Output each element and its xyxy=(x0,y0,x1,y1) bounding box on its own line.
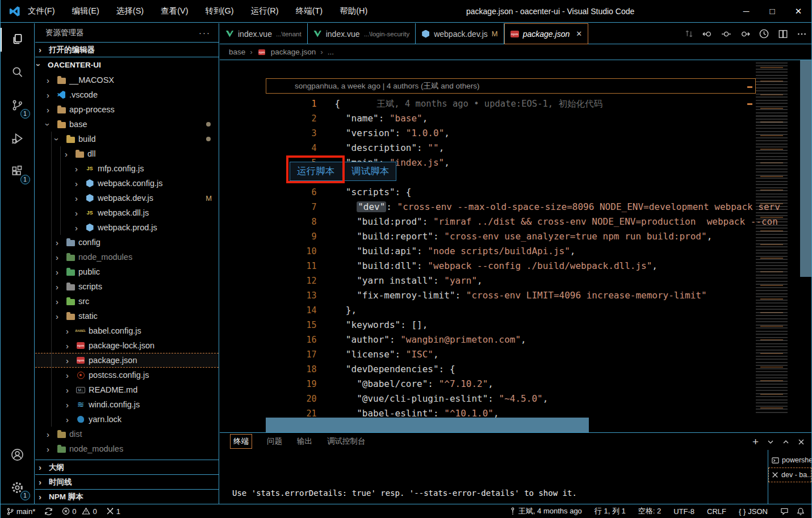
prev-change-icon[interactable] xyxy=(702,29,713,39)
tree-item[interactable]: config xyxy=(35,235,219,250)
tree-item[interactable]: node_modules xyxy=(35,441,219,456)
terminal-dropdown-icon[interactable] xyxy=(767,439,774,445)
minimize-icon[interactable]: ─ xyxy=(733,0,759,23)
tree-item[interactable]: babel.config.js xyxy=(35,323,219,338)
file-icon xyxy=(66,311,75,321)
tree-item[interactable]: dll xyxy=(35,146,219,161)
tree-item[interactable]: app-process xyxy=(35,102,219,117)
file-icon xyxy=(57,90,66,99)
menu-item[interactable]: 查看(V) xyxy=(161,6,188,16)
chevron-icon xyxy=(47,76,53,85)
tree-item[interactable]: webpack.prod.js xyxy=(35,220,219,235)
code-line: 13 "fix-memroy-limit": "cross-env LIMIT=… xyxy=(220,270,811,285)
breadcrumb[interactable]: base › package.json › ... xyxy=(220,44,811,60)
menu-item[interactable]: 终端(T) xyxy=(296,6,323,16)
panel-tab[interactable]: 调试控制台 xyxy=(327,436,366,447)
code-line: 16 "author": "wangbin@primeton.com", xyxy=(220,314,811,329)
panel-tab[interactable]: 终端 xyxy=(230,434,252,449)
tree-item[interactable]: __MACOSX xyxy=(35,73,219,87)
tree-item[interactable]: README.md xyxy=(35,382,219,397)
next-change-icon[interactable] xyxy=(740,29,750,39)
eol-sequence[interactable]: CRLF xyxy=(707,507,726,516)
problems-indicator[interactable]: 0 0 xyxy=(62,507,97,516)
run-debug-icon[interactable] xyxy=(1,122,35,155)
tree-item-label: windi.config.js xyxy=(89,400,140,409)
tree-item[interactable]: webpack.dll.js xyxy=(35,205,219,220)
code-editor[interactable]: songpanhua, a week ago | 4 authors (王斌 a… xyxy=(220,60,811,432)
menu-item[interactable]: 转到(G) xyxy=(206,6,234,16)
tree-item[interactable]: webpack.config.js xyxy=(35,176,219,191)
open-editors-section[interactable]: 打开的编辑器 xyxy=(35,42,219,57)
sidebar-section[interactable]: NPM 脚本 xyxy=(35,489,219,504)
tree-item[interactable]: package.json xyxy=(35,353,219,368)
chevron-icon xyxy=(66,342,73,350)
tree-item[interactable]: webpack.dev.js M xyxy=(35,191,219,205)
more-actions-icon[interactable]: ··· xyxy=(199,28,211,37)
editor-tab[interactable]: package.json ✕ xyxy=(504,23,588,44)
tree-item[interactable]: package-lock.json xyxy=(35,338,219,353)
notifications-bell-icon[interactable] xyxy=(797,507,805,516)
open-changes-icon[interactable] xyxy=(684,29,694,39)
maximize-panel-icon[interactable] xyxy=(782,439,789,445)
menu-item[interactable]: 运行(R) xyxy=(250,6,278,16)
tab-close-icon[interactable]: ✕ xyxy=(576,30,582,38)
editor-tab[interactable]: index.vue ...\login-security xyxy=(308,23,416,44)
sync-button[interactable] xyxy=(44,507,53,516)
tree-item[interactable]: static xyxy=(35,309,219,323)
explorer-icon[interactable] xyxy=(1,23,35,56)
tree-item[interactable]: src xyxy=(35,294,219,309)
tree-item[interactable]: yarn.lock xyxy=(35,412,219,427)
close-icon[interactable]: ✕ xyxy=(785,0,811,23)
timeline-history-icon[interactable] xyxy=(759,28,769,39)
account-icon[interactable] xyxy=(1,438,35,471)
breadcrumb-folder[interactable]: base xyxy=(229,48,245,56)
panel-tab[interactable]: 问题 xyxy=(267,436,282,447)
current-change-icon[interactable] xyxy=(721,29,731,39)
menu-item[interactable]: 编辑(E) xyxy=(72,6,99,16)
more-actions-icon[interactable] xyxy=(797,29,807,39)
tools-indicator[interactable]: 1 xyxy=(106,507,120,516)
split-editor-icon[interactable] xyxy=(778,29,788,39)
chevron-icon xyxy=(47,430,53,439)
indentation[interactable]: 空格: 2 xyxy=(638,506,661,516)
workspace-root[interactable]: OACENTER-UI xyxy=(35,57,219,73)
editor-tab[interactable]: webpack.dev.js M xyxy=(416,23,504,44)
feedback-icon[interactable] xyxy=(780,507,789,515)
tree-item[interactable]: mfp.config.js xyxy=(35,161,219,176)
breadcrumb-file[interactable]: package.json xyxy=(271,48,316,56)
breadcrumb-more[interactable]: ... xyxy=(328,48,334,56)
source-control-icon[interactable]: 1 xyxy=(1,89,35,122)
sidebar-section[interactable]: 时间线 xyxy=(35,474,219,489)
maximize-icon[interactable]: □ xyxy=(759,0,785,23)
tree-item[interactable]: postcss.config.js xyxy=(35,368,219,382)
tree-item[interactable]: base xyxy=(35,117,219,132)
encoding[interactable]: UTF-8 xyxy=(673,507,694,516)
menu-item[interactable]: 选择(S) xyxy=(116,6,144,16)
panel-tab[interactable]: 输出 xyxy=(297,436,312,447)
sidebar-section[interactable]: 大纲 xyxy=(35,460,219,474)
tree-item[interactable]: node_modules xyxy=(35,250,219,264)
tree-item[interactable]: windi.config.js xyxy=(35,397,219,412)
new-terminal-icon[interactable]: + xyxy=(752,436,759,447)
settings-gear-icon[interactable]: 1 xyxy=(1,471,35,504)
language-mode[interactable]: { } JSON xyxy=(739,507,768,516)
menu-item[interactable]: 帮助(H) xyxy=(340,6,367,16)
search-icon[interactable] xyxy=(1,56,35,89)
terminal-instance[interactable]: dev - ba... ( xyxy=(768,468,811,482)
scrollbar-thumb[interactable] xyxy=(800,60,811,277)
editor-tab[interactable]: index.vue ...\tenant xyxy=(220,23,308,44)
extensions-icon[interactable]: 1 xyxy=(1,155,35,188)
tree-item[interactable]: dist xyxy=(35,427,219,441)
git-blame-status[interactable]: 王斌, 4 months ago xyxy=(509,506,582,516)
tree-item[interactable]: build xyxy=(35,132,219,146)
tree-item[interactable]: scripts xyxy=(35,279,219,294)
chevron-icon xyxy=(56,283,62,291)
branch-indicator[interactable]: main* xyxy=(6,507,35,516)
tree-item[interactable]: .vscode xyxy=(35,87,219,102)
close-panel-icon[interactable] xyxy=(798,439,805,445)
menu-item[interactable]: 文件(F) xyxy=(28,6,55,16)
terminal-instance[interactable]: powershell xyxy=(768,453,811,468)
debug-script-link[interactable]: 调试脚本 xyxy=(351,165,389,178)
tree-item[interactable]: public xyxy=(35,264,219,279)
cursor-position[interactable]: 行 1, 列 1 xyxy=(595,506,626,516)
